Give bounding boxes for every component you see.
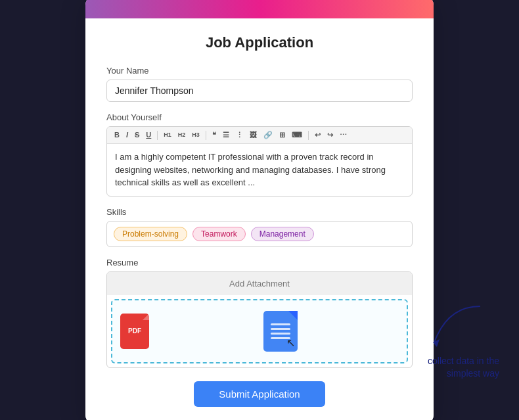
card-body: Job Application Your Name About Yourself… bbox=[85, 18, 434, 420]
annotation-line1: collect data in the bbox=[428, 356, 499, 366]
editor-toolbar: B I S U H1 H2 H3 ❝ ☰ ⋮ 🖼 🔗 ⊞ ⌨ bbox=[107, 127, 412, 144]
skill-tag-management[interactable]: Management bbox=[251, 227, 314, 241]
toolbar-table[interactable]: ⊞ bbox=[277, 130, 287, 140]
annotation-arrow bbox=[428, 300, 493, 352]
skills-field-group: Skills Problem-solving Teamwork Manageme… bbox=[106, 207, 413, 247]
toolbar-h1[interactable]: H1 bbox=[162, 131, 173, 139]
toolbar-list-ul[interactable]: ☰ bbox=[221, 130, 231, 140]
gdoc-file-icon: ↖ bbox=[263, 311, 298, 352]
toolbar-list-ol[interactable]: ⋮ bbox=[234, 130, 245, 140]
gdoc-corner-fold bbox=[288, 311, 298, 320]
skills-container: Problem-solving Teamwork Management bbox=[106, 221, 413, 247]
annotation-text: collect data in the simplest way bbox=[428, 355, 499, 381]
toolbar-sep-2 bbox=[206, 131, 206, 140]
card-header-gradient bbox=[85, 0, 434, 18]
toolbar-h2[interactable]: H2 bbox=[176, 131, 188, 139]
svg-marker-0 bbox=[433, 339, 440, 347]
toolbar-redo[interactable]: ↪ bbox=[325, 130, 335, 140]
toolbar-underline[interactable]: U bbox=[144, 130, 153, 140]
name-label: Your Name bbox=[106, 66, 413, 76]
gdoc-line-2 bbox=[271, 328, 290, 330]
rich-editor: B I S U H1 H2 H3 ❝ ☰ ⋮ 🖼 🔗 ⊞ ⌨ bbox=[106, 126, 413, 197]
toolbar-undo[interactable]: ↩ bbox=[313, 130, 323, 140]
pdf-file-icon bbox=[120, 314, 149, 349]
toolbar-h3[interactable]: H3 bbox=[190, 131, 202, 139]
cursor-icon: ↖ bbox=[286, 337, 295, 349]
resume-label: Resume bbox=[106, 258, 413, 268]
application-card: Job Application Your Name About Yourself… bbox=[85, 0, 434, 420]
about-field-group: About Yourself B I S U H1 H2 H3 ❝ ☰ ⋮ 🖼 … bbox=[106, 112, 413, 197]
skill-tag-teamwork[interactable]: Teamwork bbox=[192, 227, 246, 241]
name-input[interactable] bbox=[106, 80, 413, 102]
attachment-area: Add Attachment ↖ bbox=[106, 271, 413, 368]
about-label: About Yourself bbox=[106, 112, 413, 122]
gdoc-line-1 bbox=[271, 323, 290, 325]
toolbar-sep-1 bbox=[157, 131, 158, 140]
toolbar-quote[interactable]: ❝ bbox=[210, 130, 218, 140]
toolbar-code[interactable]: ⌨ bbox=[290, 130, 304, 140]
add-attachment-button[interactable]: Add Attachment bbox=[107, 272, 412, 295]
annotation-line2: simplest way bbox=[447, 368, 499, 379]
about-editor-content[interactable]: I am a highly competent IT professional … bbox=[107, 144, 412, 196]
skill-tag-problem-solving[interactable]: Problem-solving bbox=[114, 227, 187, 241]
pdf-corner-fold bbox=[143, 314, 149, 320]
name-field-group: Your Name bbox=[106, 66, 413, 102]
toolbar-strikethrough[interactable]: S bbox=[133, 130, 141, 140]
toolbar-more[interactable]: ⋯ bbox=[338, 130, 349, 140]
skills-label: Skills bbox=[106, 207, 413, 217]
submit-button[interactable]: Submit Application bbox=[194, 381, 325, 407]
toolbar-image[interactable]: 🖼 bbox=[248, 130, 259, 140]
annotation: collect data in the simplest way bbox=[428, 300, 499, 381]
resume-field-group: Resume Add Attachment ↖ bbox=[106, 258, 413, 368]
toolbar-italic[interactable]: I bbox=[124, 130, 130, 140]
page-title: Job Application bbox=[106, 34, 413, 51]
drop-zone[interactable]: ↖ bbox=[111, 299, 408, 363]
toolbar-link[interactable]: 🔗 bbox=[261, 130, 275, 140]
toolbar-bold[interactable]: B bbox=[112, 130, 122, 140]
toolbar-sep-3 bbox=[308, 131, 309, 140]
gdoc-line-3 bbox=[271, 333, 290, 335]
